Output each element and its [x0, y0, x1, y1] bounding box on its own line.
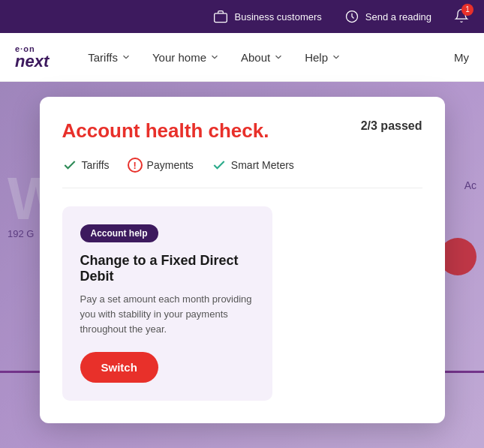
- nav-items: Tariffs Your home About Help: [79, 45, 454, 70]
- check-tariffs-label: Tariffs: [82, 159, 110, 171]
- check-smart-meters: Smart Meters: [212, 158, 294, 173]
- card-description: Pay a set amount each month providing yo…: [80, 292, 254, 337]
- about-chevron-icon: [273, 52, 284, 62]
- check-smart-meters-icon: [212, 158, 227, 173]
- card-title: Change to a Fixed Direct Debit: [80, 253, 254, 284]
- check-payments: ! Payments: [128, 158, 194, 173]
- about-label: About: [241, 51, 270, 64]
- my-account-link[interactable]: My: [454, 51, 469, 64]
- send-reading-link[interactable]: Send a reading: [344, 9, 431, 24]
- business-customers-label: Business customers: [234, 11, 321, 23]
- tariffs-chevron-icon: [121, 52, 131, 62]
- modal-overlay: Account health check. 2/3 passed Tariffs…: [0, 82, 484, 448]
- account-health-modal: Account health check. 2/3 passed Tariffs…: [40, 97, 445, 423]
- your-home-label: Your home: [152, 51, 206, 64]
- svg-rect-0: [215, 14, 227, 23]
- my-account-label: My: [454, 51, 469, 64]
- nav-bar: e·on next Tariffs Your home About Help: [0, 33, 484, 82]
- notifications-button[interactable]: 1: [454, 8, 469, 26]
- nav-tariffs[interactable]: Tariffs: [79, 45, 140, 70]
- briefcase-icon: [213, 9, 228, 24]
- help-label: Help: [305, 51, 328, 64]
- check-tariffs: Tariffs: [62, 158, 110, 173]
- modal-header: Account health check. 2/3 passed: [62, 119, 422, 143]
- check-tariffs-icon: [62, 158, 77, 173]
- notification-count: 1: [461, 4, 473, 16]
- send-reading-label: Send a reading: [365, 11, 431, 23]
- tariffs-label: Tariffs: [88, 51, 118, 64]
- check-payments-label: Payments: [147, 159, 194, 171]
- passed-badge: 2/3 passed: [361, 119, 422, 133]
- check-smart-meters-label: Smart Meters: [231, 159, 294, 171]
- top-bar: Business customers Send a reading 1: [0, 0, 484, 33]
- check-payments-icon: !: [128, 158, 143, 173]
- logo-next-text: next: [15, 53, 49, 70]
- logo[interactable]: e·on next: [15, 44, 49, 70]
- nav-help[interactable]: Help: [296, 45, 350, 70]
- nav-your-home[interactable]: Your home: [143, 45, 229, 70]
- business-customers-link[interactable]: Business customers: [213, 9, 321, 24]
- modal-title: Account health check.: [62, 119, 269, 143]
- card-tag: Account help: [80, 224, 158, 242]
- nav-about[interactable]: About: [232, 45, 293, 70]
- modal-checks: Tariffs ! Payments Smart Meters: [62, 158, 422, 188]
- account-help-card: Account help Change to a Fixed Direct De…: [62, 206, 272, 401]
- help-chevron-icon: [331, 52, 341, 62]
- your-home-chevron-icon: [209, 52, 220, 62]
- meter-icon: [344, 9, 359, 24]
- switch-button[interactable]: Switch: [80, 352, 158, 383]
